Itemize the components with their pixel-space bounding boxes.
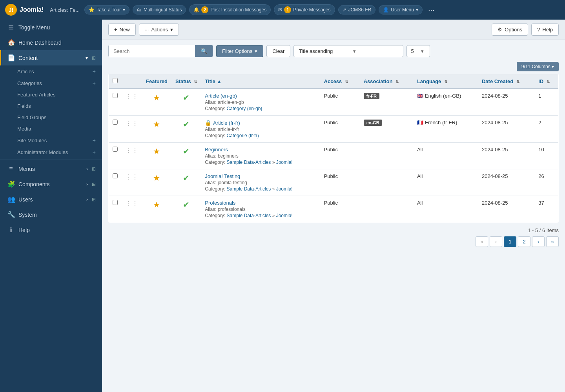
access-header[interactable]: Access ⇅ [320,74,360,89]
status-cell[interactable]: ✔ [171,196,201,223]
article-title-link[interactable]: Beginners [205,147,228,152]
row-checkbox[interactable] [113,120,118,125]
title-header[interactable]: Title ▲ [201,74,320,89]
select-all-checkbox[interactable] [113,78,118,83]
row-checkbox[interactable] [113,200,118,205]
private-messages-button[interactable]: ✉ 1 Private Messages [274,4,335,15]
date-created-cell: 2024-08-25 [478,169,534,196]
page-2-button[interactable]: 2 [518,236,530,247]
featured-cell[interactable]: ★ [142,116,171,143]
category-link[interactable]: Category (en-gb) [227,106,262,111]
ordering-header[interactable] [122,74,142,89]
sidebar-item-field-groups[interactable]: Field Groups [17,112,102,123]
logo[interactable]: J! Joomla! [5,4,44,16]
add-admin-modules-icon[interactable]: + [93,149,96,155]
association-badge[interactable]: en-GB [364,120,382,126]
article-title-link[interactable]: Article (fr-fr) [213,120,240,126]
article-title-link[interactable]: Professionals [205,200,235,206]
per-page-select[interactable]: 5 ▾ [406,45,430,57]
association-cell[interactable] [360,169,413,196]
drag-handle[interactable]: ⋮⋮ [122,143,142,169]
association-cell[interactable] [360,143,413,169]
sidebar-item-media[interactable]: Media [17,123,102,134]
prev-page-button[interactable]: ‹ [490,236,502,247]
filter-options-button[interactable]: Filter Options ▾ [216,45,263,57]
jcms-button[interactable]: ↗ JCMS6 FR [338,5,376,15]
article-title-link[interactable]: Article (en-gb) [205,93,237,99]
category-sub-link[interactable]: Joomla! [276,186,293,192]
status-cell[interactable]: ✔ [171,143,201,169]
language-cell: 🇬🇧English (en-GB) [413,89,478,116]
sidebar-item-system[interactable]: 🔧 System [0,207,102,222]
category-sub-link[interactable]: Joomla! [276,160,293,165]
status-cell[interactable]: ✔ [171,169,201,196]
drag-handle[interactable]: ⋮⋮ [122,169,142,196]
last-page-button[interactable]: » [546,236,559,247]
actions-button[interactable]: ··· Actions ▾ [139,24,179,36]
association-badge[interactable]: fr-FR [364,93,379,99]
sidebar-item-articles[interactable]: Articles + [17,65,102,77]
add-categories-icon[interactable]: + [93,80,96,86]
association-header[interactable]: Association ⇅ [360,74,413,89]
sidebar-item-admin-modules[interactable]: Administrator Modules + [17,146,102,158]
sidebar-item-site-modules[interactable]: Site Modules + [17,134,102,146]
next-page-button[interactable]: › [532,236,545,247]
id-header[interactable]: ID ⇅ [534,74,558,89]
status-cell[interactable]: ✔ [171,116,201,143]
category-sub-link[interactable]: Joomla! [276,213,293,218]
sidebar-item-toggle-menu[interactable]: ☰ Toggle Menu [0,20,102,35]
sidebar-item-menus[interactable]: ≡ Menus › ⊞ [0,162,102,176]
date-created-header[interactable]: Date Created ⇅ [478,74,534,89]
select-all-header[interactable] [109,74,122,89]
sidebar-item-home-dashboard[interactable]: 🏠 Home Dashboard [0,35,102,50]
page-1-button[interactable]: 1 [504,236,516,247]
featured-cell[interactable]: ★ [142,196,171,223]
user-menu-button[interactable]: 👤 User Menu ▾ [379,5,423,15]
sidebar-item-fields[interactable]: Fields [17,100,102,112]
row-checkbox[interactable] [113,147,118,152]
sidebar-item-help[interactable]: ℹ Help [0,222,102,238]
options-button[interactable]: ⚙ Options [492,24,528,36]
row-checkbox[interactable] [113,93,118,98]
search-input[interactable] [109,45,195,57]
drag-handle[interactable]: ⋮⋮ [122,116,142,143]
association-cell[interactable]: en-GB [360,116,413,143]
take-tour-button[interactable]: ⭐ Take a Tour ▾ [84,5,129,15]
sidebar-item-components[interactable]: 🧩 Components › ⊞ [0,176,102,192]
article-title-link[interactable]: Joomla! Testing [205,173,240,179]
add-articles-icon[interactable]: + [93,68,96,74]
language-header[interactable]: Language ⇅ [413,74,478,89]
drag-handle[interactable]: ⋮⋮ [122,89,142,116]
status-header[interactable]: Status ⇅ [171,74,201,89]
new-button[interactable]: + New [108,24,136,36]
category-link[interactable]: Catégorie (fr-fr) [227,133,259,138]
sidebar-item-categories[interactable]: Categories + [17,77,102,89]
association-cell[interactable]: fr-FR [360,89,413,116]
featured-cell[interactable]: ★ [142,143,171,169]
category-link[interactable]: Sample Data-Articles [227,160,271,165]
columns-button[interactable]: 9/11 Columns ▾ [517,62,559,71]
featured-cell[interactable]: ★ [142,169,171,196]
search-button[interactable]: 🔍 [195,45,213,57]
featured-header[interactable]: Featured [142,74,171,89]
access-cell: Public [320,143,360,169]
clear-button[interactable]: Clear [266,45,290,57]
sidebar-item-featured-articles[interactable]: Featured Articles [17,89,102,100]
add-site-modules-icon[interactable]: + [93,137,96,143]
sidebar-item-users[interactable]: 👥 Users › ⊞ [0,192,102,207]
language-flag: 🇫🇷 [417,120,423,125]
sidebar-item-content[interactable]: 📄 Content ▾ ⊞ [0,50,102,65]
association-cell[interactable] [360,196,413,223]
row-checkbox[interactable] [113,173,118,178]
help-button[interactable]: ? Help [531,24,559,36]
more-options-button[interactable]: ··· [426,5,437,15]
sort-select[interactable]: Title ascending ▾ [293,45,403,57]
first-page-button[interactable]: « [476,236,488,247]
category-link[interactable]: Sample Data-Articles [227,213,271,218]
multilingual-button[interactable]: 🗂 Multilingual Status [133,5,186,15]
category-link[interactable]: Sample Data-Articles [227,186,271,192]
featured-cell[interactable]: ★ [142,89,171,116]
post-installation-button[interactable]: 🔔 2 Post Installation Messages [189,4,271,15]
drag-handle[interactable]: ⋮⋮ [122,196,142,223]
status-cell[interactable]: ✔ [171,89,201,116]
